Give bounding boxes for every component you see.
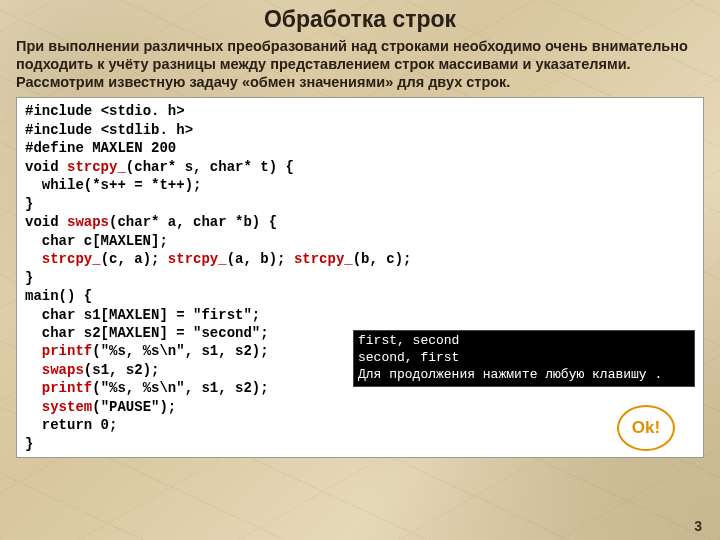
console-line: first, second: [358, 333, 690, 350]
ok-badge: Ok!: [617, 405, 675, 451]
console-output: first, second second, first Для продолже…: [353, 330, 695, 387]
console-line: Для продолжения нажмите любую клавишу .: [358, 367, 690, 384]
console-line: second, first: [358, 350, 690, 367]
page-number: 3: [694, 518, 702, 534]
slide-title: Обработка строк: [16, 6, 704, 33]
intro-text: При выполнении различных преобразований …: [16, 37, 704, 91]
code-block: #include <stdio. h> #include <stdlib. h>…: [16, 97, 704, 458]
ok-label: Ok!: [632, 417, 660, 439]
